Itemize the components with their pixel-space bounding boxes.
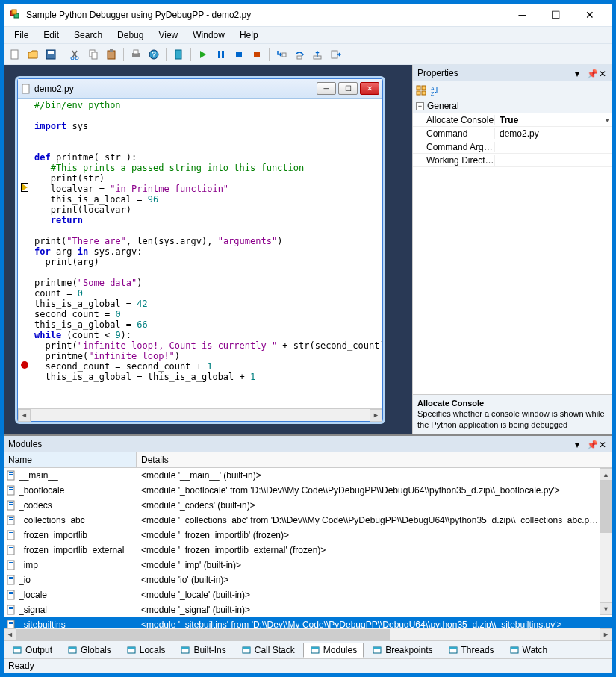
properties-header[interactable]: Properties ▾ 📌 ✕ [413, 65, 612, 81]
editor-minimize-button[interactable]: ─ [317, 82, 336, 95]
gutter[interactable] [18, 99, 31, 408]
print-icon[interactable] [128, 46, 144, 63]
property-value[interactable]: demo2.py [495, 128, 612, 139]
minimize-button[interactable]: ─ [505, 4, 539, 25]
module-row[interactable]: _frozen_importlib_external<module '_froz… [4, 543, 612, 558]
run-to-cursor-icon[interactable] [327, 46, 343, 63]
tab-breakpoints[interactable]: Breakpoints [365, 643, 439, 658]
bookmark-icon[interactable] [170, 46, 187, 63]
module-row[interactable]: _signal<module '_signal' (built-in)> [4, 602, 612, 617]
module-row[interactable]: _collections_abc<module '_collections_ab… [4, 513, 612, 528]
svg-rect-56 [7, 590, 14, 599]
module-row[interactable]: _sitebuiltins<module '_sitebuiltins' fro… [4, 617, 612, 628]
menu-window[interactable]: Window [185, 28, 232, 42]
close-button[interactable]: ✕ [573, 4, 606, 25]
modules-title: Modules [8, 439, 42, 449]
menu-edit[interactable]: Edit [36, 28, 66, 42]
menu-debug[interactable]: Debug [110, 28, 151, 42]
module-row[interactable]: _bootlocale<module '_bootlocale' from 'D… [4, 483, 612, 498]
module-details: <module '__main__' (built-in)> [137, 470, 600, 481]
collapse-icon[interactable]: − [416, 102, 424, 110]
scroll-left-icon[interactable]: ◄ [4, 628, 16, 640]
open-file-icon[interactable] [25, 46, 41, 63]
pause-icon[interactable] [213, 46, 229, 63]
tab-output[interactable]: Output [5, 643, 59, 658]
svg-rect-52 [9, 564, 13, 564]
maximize-button[interactable]: ☐ [539, 4, 573, 25]
categorized-icon[interactable] [416, 85, 426, 96]
modules-hscrollbar[interactable]: ◄ ► [4, 628, 612, 640]
scroll-right-icon[interactable]: ► [370, 409, 382, 422]
menu-help[interactable]: Help [232, 28, 266, 42]
modules-header[interactable]: Modules ▾ 📌 ✕ [4, 436, 612, 452]
dropdown-icon[interactable]: ▾ [602, 116, 612, 124]
save-icon[interactable] [43, 46, 59, 63]
copy-icon[interactable] [85, 46, 102, 63]
panel-options-icon[interactable]: ▾ [575, 69, 584, 78]
code-lines[interactable]: #/bin/env pythonimport sysdef printme( s… [31, 99, 382, 408]
module-row[interactable]: _codecs<module '_codecs' (built-in)> [4, 498, 612, 513]
step-out-icon[interactable] [309, 46, 326, 63]
paste-icon[interactable] [103, 46, 119, 63]
panel-close-icon[interactable]: ✕ [599, 440, 608, 449]
scroll-thumb[interactable] [16, 629, 390, 640]
panel-close-icon[interactable]: ✕ [599, 69, 608, 78]
column-details[interactable]: Details [137, 452, 612, 467]
column-name[interactable]: Name [4, 452, 137, 467]
module-name: _collections_abc [19, 515, 137, 525]
tab-call-stack[interactable]: Call Stack [234, 643, 302, 658]
tab-globals[interactable]: Globals [60, 643, 118, 658]
svg-rect-74 [243, 647, 250, 649]
scroll-left-icon[interactable]: ◄ [18, 409, 31, 422]
run-icon[interactable] [195, 46, 211, 63]
new-file-icon[interactable] [7, 46, 23, 63]
pin-icon[interactable]: 📌 [587, 440, 596, 449]
code-editor[interactable]: #/bin/env pythonimport sysdef printme( s… [18, 99, 382, 408]
module-row[interactable]: _locale<module '_locale' (built-in)> [4, 587, 612, 602]
editor-titlebar[interactable]: demo2.py ─ ☐ ✕ [18, 79, 382, 99]
property-value[interactable]: True [495, 115, 602, 125]
step-over-icon[interactable] [291, 46, 308, 63]
property-row[interactable]: Allocate ConsoleTrue▾ [413, 113, 612, 127]
restart-icon[interactable] [249, 46, 265, 63]
module-row[interactable]: __main__<module '__main__' (built-in)> [4, 468, 612, 483]
editor-maximize-button[interactable]: ☐ [338, 82, 358, 95]
tab-label: Breakpoints [385, 645, 432, 655]
stop-icon[interactable] [231, 46, 247, 63]
svg-rect-33 [9, 472, 13, 473]
property-row[interactable]: Commanddemo2.py [413, 127, 612, 140]
tab-label: Watch [523, 645, 548, 655]
step-into-icon[interactable] [273, 46, 290, 63]
property-row[interactable]: Working Directory [413, 154, 612, 167]
property-category[interactable]: − General [413, 99, 612, 113]
module-row[interactable]: _frozen_importlib<module '_frozen_import… [4, 528, 612, 543]
svg-rect-28 [417, 91, 420, 95]
statusbar: Ready [4, 658, 612, 673]
cut-icon[interactable] [67, 46, 84, 63]
tab-built-ins[interactable]: Built-Ins [173, 643, 232, 658]
property-row[interactable]: Command Argu... [413, 140, 612, 154]
menu-view[interactable]: View [151, 28, 185, 42]
panel-options-icon[interactable]: ▾ [575, 440, 584, 449]
breakpoint-icon[interactable] [21, 361, 28, 369]
tab-locals[interactable]: Locals [119, 643, 172, 658]
editor-close-button[interactable]: ✕ [360, 82, 379, 95]
alphabetical-icon[interactable]: AZ [429, 85, 440, 96]
scroll-thumb[interactable] [600, 481, 612, 533]
tab-threads[interactable]: Threads [441, 643, 501, 658]
help-icon[interactable]: ? [146, 46, 162, 63]
modules-vscrollbar[interactable]: ▲ ▼ [600, 468, 612, 615]
tab-watch[interactable]: Watch [503, 643, 555, 658]
scroll-up-icon[interactable]: ▲ [600, 468, 612, 481]
pin-icon[interactable]: 📌 [587, 69, 596, 78]
scroll-right-icon[interactable]: ► [600, 628, 612, 640]
menu-file[interactable]: File [7, 28, 36, 42]
menu-search[interactable]: Search [66, 28, 110, 42]
editor-hscrollbar[interactable]: ◄ ► [18, 408, 382, 421]
svg-rect-29 [422, 91, 426, 95]
svg-rect-50 [7, 561, 14, 570]
scroll-down-icon[interactable]: ▼ [600, 602, 612, 615]
module-row[interactable]: _imp<module '_imp' (built-in)> [4, 558, 612, 573]
module-row[interactable]: _io<module 'io' (built-in)> [4, 573, 612, 587]
tab-modules[interactable]: Modules [303, 643, 364, 658]
